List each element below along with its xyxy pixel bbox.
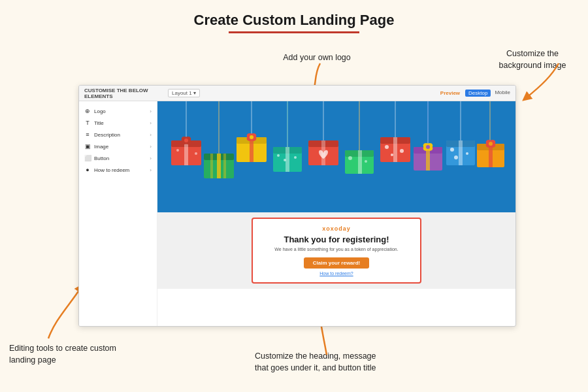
title-underline: [229, 31, 359, 33]
card-subtext: We have a little something for you as a …: [266, 247, 407, 252]
svg-point-58: [450, 148, 454, 152]
redeem-icon: ●: [84, 167, 91, 173]
title-icon: T: [84, 120, 91, 126]
redeem-chevron-icon: ›: [150, 167, 152, 173]
button-chevron-icon: ›: [150, 155, 152, 161]
sidebar-item-how-to-redeem[interactable]: ● How to redeem ›: [79, 164, 157, 176]
sidebar-description-label: Description: [94, 132, 120, 138]
description-icon: ≡: [84, 131, 91, 138]
logo-annotation: Add your own logo: [274, 52, 359, 64]
svg-rect-21: [210, 154, 213, 178]
heading-annotation: Customize the heading, message that goes…: [255, 351, 379, 374]
claim-reward-button[interactable]: Claim your reward!: [304, 257, 369, 269]
svg-point-32: [277, 154, 280, 157]
description-chevron-icon: ›: [150, 132, 152, 138]
preview-button[interactable]: Preview: [440, 90, 460, 96]
button-icon: ⬜: [84, 155, 91, 161]
card-heading: Thank you for registering!: [266, 235, 407, 244]
mockup-topbar: CUSTOMISE THE BELOW ELEMENTS Layout 1 ▾ …: [79, 86, 515, 101]
device-toggle: Desktop Mobile: [465, 90, 510, 97]
svg-point-54: [426, 145, 430, 149]
topbar-left-label: CUSTOMISE THE BELOW ELEMENTS: [84, 88, 163, 99]
svg-point-46: [385, 145, 389, 149]
brand-logo: xoxoday: [266, 225, 407, 232]
svg-point-47: [400, 149, 404, 153]
layout-label: Layout 1: [172, 90, 192, 96]
page-title: Create Custom Landing Page: [0, 0, 588, 31]
bg-annotation: Customize the background image: [490, 48, 575, 71]
mockup-content: xoxoday Thank you for registering! We ha…: [157, 101, 515, 326]
image-icon: ▣: [84, 143, 91, 150]
svg-rect-45: [393, 137, 397, 162]
sidebar-title-label: Title: [94, 120, 104, 126]
reward-card: xoxoday Thank you for registering! We ha…: [252, 218, 421, 284]
sidebar-image-label: Image: [94, 144, 108, 150]
mobile-button[interactable]: Mobile: [495, 90, 510, 97]
sidebar-button-label: Button: [94, 155, 109, 161]
logo-chevron-icon: ›: [150, 108, 152, 114]
svg-point-41: [348, 156, 352, 160]
sidebar-item-image[interactable]: ▣ Image ›: [79, 140, 157, 152]
mockup-body: ⊕ Logo › T Title › ≡ Description ›: [79, 101, 515, 326]
sidebar-item-title[interactable]: T Title ›: [79, 117, 157, 129]
svg-rect-22: [223, 154, 226, 178]
sidebar-redeem-label: How to redeem: [94, 167, 129, 173]
svg-point-42: [365, 160, 367, 163]
svg-rect-40: [358, 150, 362, 174]
gifts-svg: [157, 101, 515, 212]
mockup-sidebar: ⊕ Logo › T Title › ≡ Description ›: [79, 101, 157, 326]
editing-arrow: [9, 281, 88, 340]
svg-point-66: [489, 142, 493, 146]
card-area: xoxoday Thank you for registering! We ha…: [157, 212, 515, 289]
svg-point-33: [284, 159, 286, 161]
svg-point-28: [250, 135, 253, 139]
svg-rect-20: [217, 154, 221, 178]
svg-point-60: [454, 155, 458, 159]
svg-point-15: [184, 139, 188, 142]
sidebar-item-logo[interactable]: ⊕ Logo ›: [79, 105, 157, 117]
svg-point-16: [176, 149, 179, 152]
desktop-button[interactable]: Desktop: [465, 90, 491, 97]
sidebar-logo-label: Logo: [94, 108, 106, 114]
svg-point-59: [466, 152, 468, 155]
how-to-redeem-link[interactable]: How to redeem?: [266, 271, 407, 276]
svg-point-34: [294, 156, 297, 159]
layout-selector[interactable]: Layout 1 ▾: [168, 89, 200, 97]
svg-rect-31: [286, 147, 289, 172]
mockup-container: CUSTOMISE THE BELOW ELEMENTS Layout 1 ▾ …: [78, 85, 516, 327]
image-chevron-icon: ›: [150, 144, 152, 150]
svg-point-48: [391, 154, 393, 156]
logo-icon: ⊕: [84, 108, 91, 114]
layout-chevron-icon: ▾: [193, 90, 196, 96]
sidebar-item-description[interactable]: ≡ Description ›: [79, 129, 157, 140]
svg-rect-57: [459, 140, 463, 165]
title-chevron-icon: ›: [150, 120, 152, 126]
editing-annotation: Editing tools to create custom landing p…: [9, 343, 120, 366]
svg-point-17: [195, 152, 197, 155]
gift-banner: [157, 101, 515, 212]
sidebar-item-button[interactable]: ⬜ Button ›: [79, 152, 157, 164]
